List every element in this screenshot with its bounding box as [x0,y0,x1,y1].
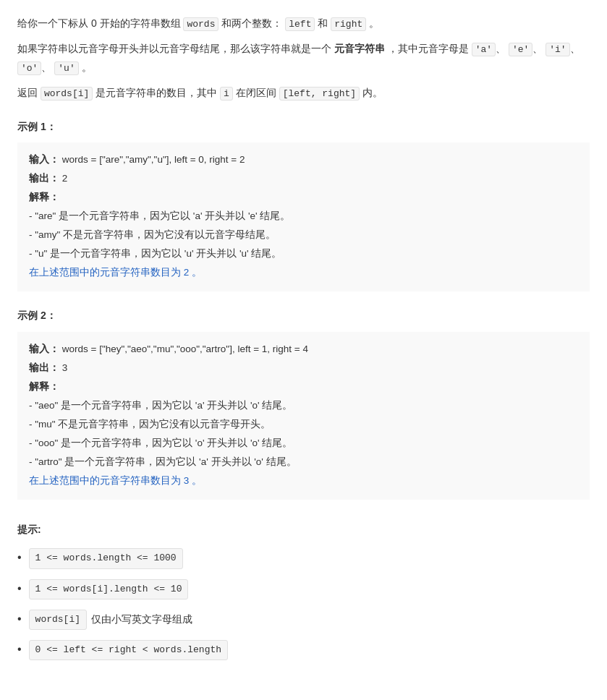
intro-code-i: i [220,87,233,101]
intro-text-9: 是元音字符串的数目，其中 [95,87,217,98]
example1-explain-line1: - "are" 是一个元音字符串，因为它以 'a' 开头并以 'e' 结尾。 [29,208,578,226]
example2-output-value: 3 [62,362,68,373]
example1-input-label: 输入： [29,154,59,165]
example1-block: 输入： words = ["are","amy","u"], left = 0,… [17,142,590,291]
example2-explain-line4: - "artro" 是一个元音字符串，因为它以 'a' 开头并以 'o' 结尾。 [29,453,578,471]
example2-explain-line1: - "aeo" 是一个元音字符串，因为它以 'a' 开头并以 'o' 结尾。 [29,397,578,415]
example2-block: 输入： words = ["hey","aeo","mu","ooo","art… [17,332,590,500]
bullet-2: • [17,579,22,598]
hints-title: 提示: [17,521,590,539]
intro-code-a: 'a' [472,43,496,56]
example2-explain-line2: - "mu" 不是元音字符串，因为它没有以元音字母开头。 [29,416,578,434]
example2-output-label: 输出： [29,362,59,373]
hint-mixed-3: words[i] 仅由小写英文字母组成 [29,610,192,630]
example1-output-label: 输出： [29,173,59,184]
example2-section: 示例 2： 输入： words = ["hey","aeo","mu","ooo… [17,307,590,500]
intro-text-10: 在闭区间 [236,87,276,98]
intro-code-right: right [331,17,366,31]
hint-item-1: • 1 <= words.length <= 1000 [17,548,590,568]
example2-explain-title: 解释： [29,378,578,396]
example1-explain-label: 解释： [29,192,59,202]
example1-input-value: words = ["are","amy","u"], left = 0, rig… [62,154,245,165]
intro-text-3: 和 [318,17,328,29]
example1-explain-title: 解释： [29,189,578,207]
intro-code-i: 'i' [546,43,569,56]
intro-code-o: 'o' [17,61,41,75]
example1-title: 示例 1： [17,119,590,136]
bullet-3: • [17,610,22,628]
intro-text-1: 给你一个下标从 0 开始的字符串数组 [17,17,181,29]
hint-code-4: 0 <= left <= right < words.length [29,640,228,660]
example2-summary: 在上述范围中的元音字符串数目为 3 。 [29,472,578,490]
intro-code-e: 'e' [509,43,532,56]
hints-section: 提示: • 1 <= words.length <= 1000 • 1 <= w… [17,521,590,660]
example2-explain-line3: - "ooo" 是一个元音字符串，因为它以 'o' 开头并以 'o' 结尾。 [29,435,578,453]
example2-input: 输入： words = ["hey","aeo","mu","ooo","art… [29,341,578,359]
intro-text-7: 。 [82,61,92,73]
example1-output-value: 2 [62,173,68,184]
example2-input-value: words = ["hey","aeo","mu","ooo","artro"]… [62,343,308,354]
example2-output: 输出： 3 [29,359,578,377]
example1-explain-line3: - "u" 是一个元音字符串，因为它以 'u' 开头并以 'u' 结尾。 [29,245,578,263]
hint-text-3: 仅由小写英文字母组成 [91,611,192,628]
intro-text-2: 和两个整数： [221,17,282,29]
intro-text-4: 。 [369,17,379,29]
intro-text-5: 如果字符串以元音字母开头并以元音字母结尾，那么该字符串就是一个 [17,43,331,54]
example1-section: 示例 1： 输入： words = ["are","amy","u"], lef… [17,119,590,292]
bullet-4: • [17,640,22,659]
example2-input-label: 输入： [29,343,59,354]
intro-code-range: [left, right] [279,87,360,101]
example2-explain-label: 解释： [29,381,59,392]
example1-summary: 在上述范围中的元音字符串数目为 2 。 [29,264,578,282]
intro-code-u: 'u' [54,61,78,75]
intro-text-6: ，其中元音字母是 [388,43,469,54]
hint-item-4: • 0 <= left <= right < words.length [17,640,590,660]
intro-code-left: left [285,17,315,31]
example1-explain-line2: - "amy" 不是元音字符串，因为它没有以元音字母结尾。 [29,226,578,244]
hint-item-3: • words[i] 仅由小写英文字母组成 [17,610,590,630]
hint-code-3: words[i] [29,610,87,630]
intro-text-11: 内。 [362,87,383,98]
example2-title: 示例 2： [17,307,590,325]
intro-code-wordsi: words[i] [41,87,93,101]
intro-line2: 如果字符串以元音字母开头并以元音字母结尾，那么该字符串就是一个 元音字符串 ，其… [17,40,590,77]
hint-code-2: 1 <= words[i].length <= 10 [29,579,189,599]
intro-bold-vowel: 元音字符串 [334,43,385,54]
hint-item-2: • 1 <= words[i].length <= 10 [17,579,590,599]
intro-code-words: words [183,17,218,31]
intro-line3: 返回 words[i] 是元音字符串的数目，其中 i 在闭区间 [left, r… [17,84,590,102]
intro-text-8: 返回 [17,87,38,98]
bullet-1: • [17,548,22,567]
hint-code-1: 1 <= words.length <= 1000 [29,548,183,568]
example1-output: 输出： 2 [29,170,578,188]
example1-input: 输入： words = ["are","amy","u"], left = 0,… [29,151,578,169]
intro-line1: 给你一个下标从 0 开始的字符串数组 words 和两个整数： left 和 r… [17,14,590,33]
